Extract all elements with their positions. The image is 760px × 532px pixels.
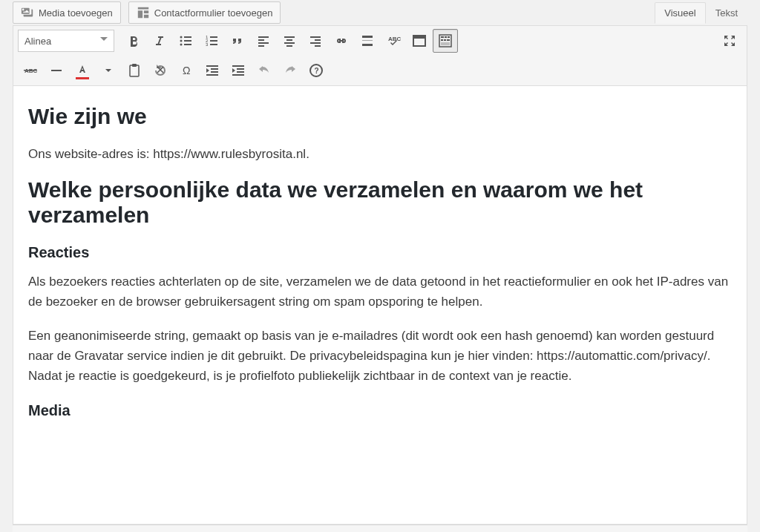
svg-text:Ω: Ω [183, 65, 190, 76]
svg-rect-16 [284, 36, 295, 38]
special-char-button[interactable]: Ω [174, 59, 199, 82]
paragraph-comments-1: Als bezoekers reacties achterlaten op de… [28, 272, 732, 312]
media-icon [21, 6, 34, 19]
bold-button[interactable] [121, 29, 146, 53]
svg-text:T: T [132, 68, 136, 75]
svg-rect-45 [206, 65, 218, 67]
svg-rect-14 [258, 42, 269, 44]
svg-rect-39 [24, 70, 37, 71]
add-media-label: Media toevoegen [39, 7, 113, 19]
heading-who-are-we: Wie zijn we [28, 104, 732, 129]
align-right-button[interactable] [303, 29, 328, 53]
svg-rect-37 [441, 42, 450, 45]
blockquote-button[interactable] [225, 29, 250, 53]
fullscreen-button[interactable] [717, 29, 742, 53]
heading-comments: Reacties [28, 244, 732, 261]
svg-rect-50 [237, 68, 244, 70]
svg-rect-10 [210, 40, 217, 42]
italic-button[interactable] [147, 29, 172, 53]
align-left-button[interactable] [251, 29, 276, 53]
svg-rect-18 [284, 42, 295, 44]
svg-rect-33 [448, 36, 450, 38]
svg-rect-42 [132, 64, 137, 67]
clear-formatting-button[interactable] [148, 59, 173, 82]
svg-rect-48 [206, 74, 218, 76]
tab-visual[interactable]: Visueel [655, 2, 705, 24]
link-button[interactable] [329, 29, 354, 53]
outdent-button[interactable] [200, 59, 225, 82]
readmore-button[interactable] [355, 29, 380, 53]
svg-rect-35 [444, 39, 446, 41]
spellcheck-button[interactable]: ABC [381, 29, 406, 53]
toolbar-row-1: Alinea 123 ABC [13, 26, 747, 56]
paragraph-website-address: Ons website-adres is: https://www.rulesb… [28, 144, 732, 164]
svg-rect-24 [362, 36, 373, 38]
text-color-button[interactable] [70, 59, 95, 82]
undo-button[interactable] [252, 59, 277, 82]
svg-rect-19 [286, 45, 292, 47]
svg-rect-5 [184, 44, 191, 45]
svg-rect-11 [210, 44, 217, 45]
tab-text[interactable]: Tekst [706, 2, 747, 24]
numbered-list-button[interactable]: 123 [199, 29, 224, 53]
editor-toolbar: Alinea 123 ABC ABC T Ω ? [13, 25, 747, 85]
svg-rect-9 [210, 36, 217, 38]
form-icon [137, 6, 150, 19]
indent-button[interactable] [226, 59, 251, 82]
svg-rect-17 [286, 39, 292, 41]
top-bar: Media toevoegen Contactformulier toevoeg… [0, 0, 760, 25]
redo-button[interactable] [278, 59, 303, 82]
add-media-button[interactable]: Media toevoegen [13, 1, 121, 24]
svg-rect-13 [258, 39, 264, 41]
toolbar-row-2: ABC T Ω ? [13, 56, 747, 85]
svg-text:?: ? [315, 67, 319, 75]
paste-text-button[interactable]: T [122, 59, 147, 82]
svg-rect-31 [441, 36, 444, 38]
svg-rect-49 [232, 65, 244, 67]
svg-text:ABC: ABC [388, 36, 401, 42]
svg-rect-40 [51, 70, 62, 71]
svg-rect-20 [310, 36, 321, 38]
toolbar-toggle-button[interactable] [433, 29, 458, 53]
status-bar: Aantal woorden: 627 Laatst bewerkt op 18… [13, 525, 747, 532]
svg-rect-51 [237, 71, 244, 73]
svg-rect-23 [315, 45, 321, 47]
svg-rect-21 [315, 39, 321, 41]
svg-rect-29 [413, 36, 425, 39]
svg-rect-36 [447, 39, 450, 41]
svg-rect-26 [362, 44, 373, 46]
hr-button[interactable] [44, 59, 69, 82]
svg-rect-4 [184, 40, 191, 42]
chevron-down-icon[interactable] [96, 59, 121, 82]
bullet-list-button[interactable] [173, 29, 198, 53]
editor-content[interactable]: Wie zijn we Ons website-adres is: https:… [13, 85, 747, 525]
svg-text:3: 3 [206, 42, 209, 47]
help-button[interactable]: ? [304, 59, 329, 82]
svg-rect-32 [445, 36, 447, 38]
svg-rect-52 [232, 74, 244, 76]
svg-rect-12 [258, 36, 269, 38]
svg-point-2 [180, 44, 183, 46]
fullscreen-editor-button[interactable] [407, 29, 432, 53]
svg-rect-34 [441, 39, 443, 41]
add-contactform-button[interactable]: Contactformulier toevoegen [128, 1, 281, 24]
svg-rect-47 [211, 71, 218, 73]
svg-rect-15 [258, 45, 264, 47]
svg-point-0 [180, 36, 183, 39]
svg-rect-22 [310, 42, 321, 44]
strikethrough-button[interactable]: ABC [18, 59, 43, 82]
svg-point-1 [180, 40, 183, 42]
svg-rect-3 [184, 36, 191, 38]
editor-tabs: Visueel Tekst [655, 2, 747, 24]
paragraph-comments-2: Een geanonimiseerde string, gemaakt op b… [28, 326, 732, 387]
align-center-button[interactable] [277, 29, 302, 53]
heading-media: Media [28, 402, 732, 419]
add-contactform-label: Contactformulier toevoegen [154, 7, 273, 19]
heading-data-collection: Welke persoonlijke data we verzamelen en… [28, 177, 732, 228]
svg-rect-46 [211, 68, 218, 70]
svg-rect-25 [362, 40, 373, 41]
format-select[interactable]: Alinea [18, 30, 114, 52]
